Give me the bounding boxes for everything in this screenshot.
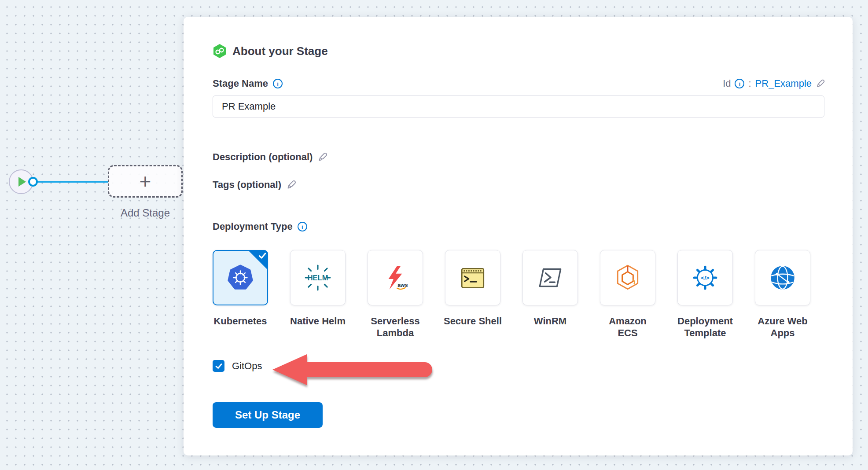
plus-icon: + — [140, 169, 151, 193]
edit-tags-pencil-icon[interactable] — [286, 180, 297, 190]
deployment-tile-kubernetes: Kubernetes — [213, 250, 268, 339]
stage-name-label-row: Stage Name — [213, 78, 283, 89]
tile-label: Native Helm — [278, 315, 357, 327]
info-icon[interactable] — [273, 79, 283, 88]
gitops-row: GitOps — [213, 360, 262, 372]
gitops-checkbox[interactable] — [213, 360, 224, 372]
tile-label: Deployment Template — [666, 315, 745, 339]
add-stage-node[interactable]: + — [108, 165, 183, 198]
winrm-icon — [536, 263, 565, 292]
deployment-tile-button[interactable] — [755, 250, 810, 305]
deployment-type-label-row: Deployment Type — [213, 221, 307, 232]
deployment-tile-button[interactable] — [600, 250, 655, 305]
secure-shell-icon — [458, 263, 487, 292]
stage-name-label: Stage Name — [213, 78, 268, 89]
tile-label: Serverless Lambda — [356, 315, 435, 339]
deployment-tile-serverless-lambda: aws Serverless Lambda — [368, 250, 423, 339]
deployment-tile-button[interactable]: HELM — [290, 250, 346, 305]
edit-id-pencil-icon[interactable] — [816, 79, 825, 88]
deployment-tile-azure-web-apps: Azure Web Apps — [755, 250, 810, 339]
deployment-tile-button[interactable]: aws — [368, 250, 423, 305]
info-icon[interactable] — [735, 79, 744, 88]
tile-label: Azure Web Apps — [743, 315, 822, 339]
deployment-tile-native-helm: HELM Native Helm — [290, 250, 346, 339]
panel-header: About your Stage — [213, 44, 328, 58]
kubernetes-icon — [226, 263, 255, 292]
tile-label: Kubernetes — [201, 315, 280, 327]
deployment-type-tiles: Kubernetes HELM Native Helm — [213, 250, 810, 339]
helm-icon: HELM — [303, 263, 332, 292]
deployment-tile-deployment-template: </> Deployment Template — [677, 250, 733, 339]
set-up-stage-button[interactable]: Set Up Stage — [213, 402, 323, 428]
info-icon[interactable] — [298, 222, 307, 231]
deployment-type-label: Deployment Type — [213, 221, 293, 232]
gitops-label: GitOps — [232, 360, 262, 372]
deployment-tile-amazon-ecs: Amazon ECS — [600, 250, 655, 339]
description-label: Description (optional) — [213, 151, 313, 163]
svg-text:HELM: HELM — [308, 274, 328, 282]
harness-cd-icon — [213, 44, 227, 58]
deployment-template-icon: </> — [691, 263, 720, 292]
tags-row: Tags (optional) — [213, 179, 297, 191]
edit-description-pencil-icon[interactable] — [317, 152, 328, 162]
play-icon — [18, 177, 26, 187]
stage-name-input[interactable] — [213, 95, 824, 118]
id-value: PR_Example — [755, 78, 812, 89]
tags-label: Tags (optional) — [213, 179, 281, 191]
add-stage-label: Add Stage — [103, 207, 187, 219]
id-label: Id — [723, 78, 731, 89]
deployment-tile-button[interactable] — [213, 250, 268, 305]
deployment-tile-button[interactable] — [445, 250, 500, 305]
pipeline-edge-line — [35, 181, 109, 183]
edge-connector-dot — [28, 177, 38, 187]
azure-web-apps-icon — [768, 263, 797, 292]
stage-id-row: Id : PR_Example — [723, 78, 825, 89]
deployment-tile-winrm: WinRM — [522, 250, 578, 339]
amazon-ecs-icon — [613, 263, 642, 292]
svg-text:aws: aws — [397, 282, 408, 288]
check-icon — [215, 362, 223, 370]
about-stage-panel: About your Stage Stage Name Id : PR_Exam… — [184, 17, 853, 455]
svg-text:</>: </> — [701, 275, 710, 281]
deployment-tile-button[interactable]: </> — [677, 250, 733, 305]
deployment-tile-secure-shell: Secure Shell — [445, 250, 500, 339]
id-separator: : — [748, 78, 751, 89]
tile-label: Secure Shell — [433, 315, 512, 327]
red-annotation-arrow — [270, 348, 441, 392]
description-row: Description (optional) — [213, 151, 328, 163]
deployment-tile-button[interactable] — [522, 250, 578, 305]
tile-label: Amazon ECS — [588, 315, 667, 339]
serverless-lambda-icon: aws — [381, 263, 410, 292]
tile-label: WinRM — [511, 315, 590, 327]
page-title: About your Stage — [232, 44, 328, 58]
